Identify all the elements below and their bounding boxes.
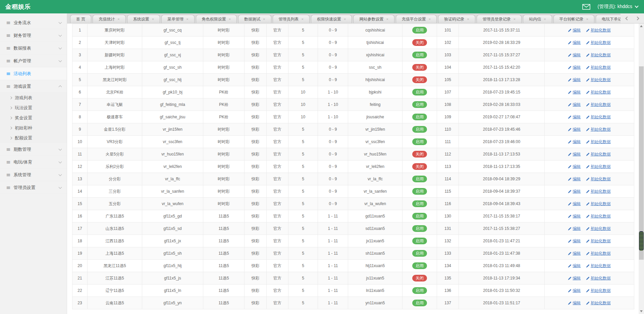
tab-验证码记录[interactable]: 验证码记录 ×: [438, 15, 475, 23]
sidebar-item-活动列表[interactable]: ≡ 活动列表: [0, 67, 67, 80]
tab-close-icon[interactable]: ×: [586, 17, 588, 21]
sidebar-subitem-玩法设置[interactable]: 玩法设置: [0, 103, 67, 113]
tab-close-icon[interactable]: ×: [302, 17, 304, 21]
edit-link[interactable]: 编辑: [568, 77, 581, 83]
sidebar-subitem-初始彩种[interactable]: 初始彩种: [0, 123, 67, 133]
init-data-link[interactable]: 初始化数据: [586, 89, 611, 95]
tab-close-icon[interactable]: ×: [514, 17, 516, 21]
tab-角色权限设置[interactable]: 角色权限设置 ×: [196, 15, 237, 23]
tab-平台转帐记录[interactable]: 平台转帐记录 ×: [553, 15, 594, 23]
init-data-link[interactable]: 初始化数据: [586, 27, 611, 33]
edit-link[interactable]: 编辑: [568, 151, 581, 157]
init-data-link[interactable]: 初始化数据: [586, 52, 611, 58]
tab-scroll-left-button[interactable]: [624, 15, 631, 22]
scrollbar-thumb[interactable]: [639, 66, 644, 260]
sidebar-item-电玩/体育[interactable]: ≡ 电玩/体育: [0, 156, 67, 169]
edit-link[interactable]: 编辑: [568, 238, 581, 244]
scroll-up-button[interactable]: [639, 23, 644, 29]
init-data-link[interactable]: 初始化数据: [586, 275, 611, 281]
tab-close-icon[interactable]: ×: [344, 17, 346, 21]
sidebar-subitem-配额设置[interactable]: 配额设置: [0, 133, 67, 143]
init-data-link[interactable]: 初始化数据: [586, 151, 611, 157]
tab-站内信[interactable]: 站内信 ×: [523, 15, 552, 23]
edit-link[interactable]: 编辑: [568, 176, 581, 182]
edit-link[interactable]: 编辑: [568, 40, 581, 46]
edit-link[interactable]: 编辑: [568, 65, 581, 70]
init-data-link[interactable]: 初始化数据: [586, 251, 611, 256]
edit-link[interactable]: 编辑: [568, 164, 581, 170]
sidebar-item-财务管理[interactable]: ≡ 财务管理: [0, 29, 67, 42]
cell-type: 11选5: [203, 247, 245, 260]
init-data-link[interactable]: 初始化数据: [586, 176, 611, 182]
scroll-down-button[interactable]: [639, 309, 644, 314]
tab-close-icon[interactable]: ×: [117, 17, 119, 21]
init-data-link[interactable]: 初始化数据: [586, 102, 611, 108]
tab-close-icon[interactable]: ×: [229, 17, 231, 21]
sidebar-subitem-游戏列表[interactable]: 游戏列表: [0, 93, 67, 103]
tab-充值统计[interactable]: 充值统计 ×: [93, 15, 125, 23]
sidebar-item-系统管理[interactable]: ≡ 系统管理: [0, 169, 67, 181]
tab-close-icon[interactable]: ×: [263, 17, 265, 21]
init-data-link[interactable]: 初始化数据: [586, 114, 611, 120]
init-data-link[interactable]: 初始化数据: [586, 288, 611, 294]
init-data-link[interactable]: 初始化数据: [586, 201, 611, 207]
edit-link[interactable]: 编辑: [568, 300, 581, 306]
edit-link[interactable]: 编辑: [568, 139, 581, 145]
tab-close-icon[interactable]: ×: [544, 17, 546, 21]
tab-网站参数设置[interactable]: 网站参数设置 ×: [353, 15, 394, 23]
edit-link[interactable]: 编辑: [568, 226, 581, 232]
edit-link[interactable]: 编辑: [568, 114, 581, 120]
tab-系统设置[interactable]: 系统设置 ×: [127, 15, 160, 23]
status-badge: 关闭: [412, 64, 427, 71]
edit-link[interactable]: 编辑: [568, 288, 581, 294]
edit-link[interactable]: 编辑: [568, 275, 581, 281]
tab-close-icon[interactable]: ×: [467, 17, 469, 21]
tab-scroll-right-button[interactable]: [634, 15, 641, 22]
edit-link[interactable]: 编辑: [568, 263, 581, 269]
init-data-link[interactable]: 初始化数据: [586, 189, 611, 194]
tab-权限快速设置[interactable]: 权限快速设置 ×: [311, 15, 352, 23]
sidebar-item-数据报表[interactable]: ≡ 数据报表: [0, 42, 67, 55]
init-data-link[interactable]: 初始化数据: [586, 40, 611, 46]
tab-首页[interactable]: 首 页: [70, 15, 91, 23]
sidebar-item-管理员设置[interactable]: ≡ 管理员设置: [0, 181, 67, 194]
user-menu[interactable]: (管理员): khddcs: [598, 4, 638, 10]
tab-数据测试[interactable]: 数据测试 ×: [238, 15, 271, 23]
edit-link[interactable]: 编辑: [568, 52, 581, 58]
edit-link[interactable]: 编辑: [568, 89, 581, 95]
edit-link[interactable]: 编辑: [568, 102, 581, 108]
tab-管理员列表[interactable]: 管理员列表 ×: [273, 15, 310, 23]
sidebar-subitem-奖金设置[interactable]: 奖金设置: [0, 113, 67, 123]
envelope-icon[interactable]: [582, 4, 590, 10]
tab-管理员登录记录[interactable]: 管理员登录记录 ×: [477, 15, 522, 23]
init-data-link[interactable]: 初始化数据: [586, 226, 611, 232]
init-data-link[interactable]: 初始化数据: [586, 77, 611, 83]
sidebar-item-帐户管理[interactable]: ≡ 帐户管理: [0, 55, 67, 67]
tab-close-icon[interactable]: ×: [429, 17, 431, 21]
tab-close-icon[interactable]: ×: [186, 17, 188, 21]
init-data-link[interactable]: 初始化数据: [586, 164, 611, 170]
edit-link[interactable]: 编辑: [568, 189, 581, 194]
init-data-link[interactable]: 初始化数据: [586, 139, 611, 145]
tab-close-icon[interactable]: ×: [152, 17, 154, 21]
cell-index: 16: [72, 210, 88, 223]
init-data-link[interactable]: 初始化数据: [586, 213, 611, 219]
edit-link[interactable]: 编辑: [568, 201, 581, 207]
init-data-link[interactable]: 初始化数据: [586, 263, 611, 269]
init-data-link[interactable]: 初始化数据: [586, 127, 611, 132]
edit-link[interactable]: 编辑: [568, 251, 581, 256]
edit-link[interactable]: 编辑: [568, 213, 581, 219]
pencil-icon: [586, 190, 590, 193]
edit-link[interactable]: 编辑: [568, 27, 581, 33]
tab-电玩下单记录[interactable]: 电玩下单记录 ×: [596, 15, 621, 23]
init-data-link[interactable]: 初始化数据: [586, 65, 611, 70]
edit-link[interactable]: 编辑: [568, 127, 581, 132]
sidebar-item-期数管理[interactable]: ≡ 期数管理: [0, 143, 67, 156]
tab-close-icon[interactable]: ×: [386, 17, 388, 21]
sidebar-item-游戏设置[interactable]: ≡ 游戏设置: [0, 80, 67, 93]
tab-菜单管理[interactable]: 菜单管理 ×: [161, 15, 194, 23]
init-data-link[interactable]: 初始化数据: [586, 300, 611, 306]
init-data-link[interactable]: 初始化数据: [586, 238, 611, 244]
tab-充值平台设置[interactable]: 充值平台设置 ×: [396, 15, 437, 23]
sidebar-item-业务流水[interactable]: ≡ 业务流水: [0, 16, 67, 29]
